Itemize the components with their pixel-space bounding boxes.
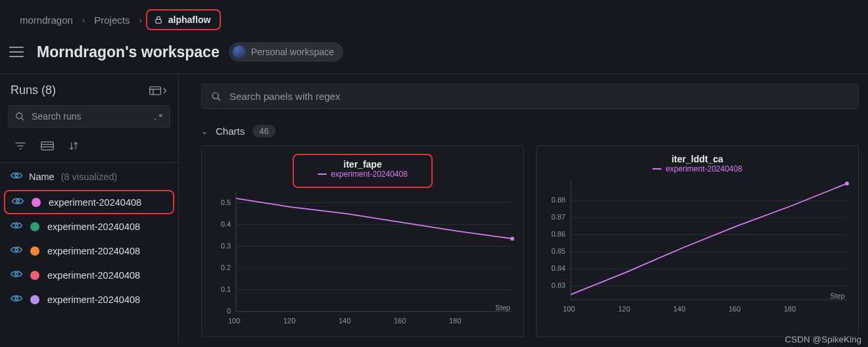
chart-card[interactable]: iter_lddt_ca experiment-20240408 0.830.8… — [536, 145, 859, 337]
avatar — [233, 45, 246, 58]
x-axis-label: Step — [830, 292, 845, 300]
eye-icon[interactable] — [12, 197, 24, 208]
panel-search[interactable] — [201, 83, 859, 109]
chart-legend: experiment-20240408 — [542, 164, 853, 174]
svg-point-16 — [15, 224, 18, 227]
chart-legend: experiment-20240408 — [318, 170, 408, 179]
eye-icon[interactable] — [11, 171, 22, 182]
svg-point-14 — [15, 174, 18, 177]
search-runs-input[interactable]: .* — [8, 105, 170, 127]
run-label: experiment-20240408 — [47, 221, 140, 232]
x-tick: 140 — [339, 317, 350, 325]
eye-icon[interactable] — [11, 221, 22, 232]
x-tick: 160 — [729, 305, 740, 313]
run-row[interactable]: experiment-20240408 — [0, 239, 178, 263]
x-tick: 180 — [784, 305, 796, 313]
run-label: experiment-20240408 — [47, 294, 140, 305]
runs-sidebar: Runs (8) .* — [0, 74, 179, 342]
svg-point-20 — [212, 93, 218, 99]
name-header-label: Name — [29, 172, 55, 182]
breadcrumb-projects[interactable]: Projects — [89, 12, 135, 28]
run-color-dot — [32, 198, 41, 207]
search-icon — [211, 91, 222, 102]
run-label: experiment-20240408 — [49, 197, 141, 208]
chart-svg — [542, 177, 855, 322]
search-icon — [15, 112, 25, 122]
breadcrumb-project[interactable]: alphaflow — [146, 9, 222, 30]
menu-icon[interactable] — [9, 47, 24, 57]
svg-line-21 — [218, 98, 220, 101]
y-tick: 0.2 — [207, 264, 231, 271]
eye-icon[interactable] — [11, 245, 22, 256]
x-axis-label: Step — [495, 304, 510, 312]
regex-hint: .* — [153, 112, 163, 122]
section-title: Charts — [216, 126, 245, 137]
run-color-dot — [30, 246, 39, 256]
eye-icon[interactable] — [11, 269, 22, 281]
run-row[interactable]: experiment-20240408 — [4, 190, 174, 214]
runs-name-header[interactable]: Name (8 visualized) — [0, 163, 178, 190]
svg-line-5 — [21, 118, 24, 120]
columns-icon[interactable] — [41, 141, 54, 152]
run-label: experiment-20240408 — [47, 270, 140, 281]
y-tick: 0.3 — [207, 242, 231, 250]
y-tick: 0.87 — [542, 213, 566, 221]
run-row[interactable]: experiment-20240408 — [0, 263, 178, 287]
sort-icon[interactable] — [68, 141, 79, 153]
x-tick: 100 — [228, 317, 240, 325]
workspace-badge[interactable]: Personal workspace — [229, 42, 343, 62]
svg-point-15 — [16, 200, 20, 203]
y-tick: 0.84 — [542, 264, 566, 272]
y-tick: 0.83 — [542, 281, 566, 289]
eye-icon[interactable] — [11, 294, 22, 305]
run-row[interactable]: experiment-20240408 — [0, 287, 178, 312]
svg-point-39 — [845, 181, 849, 185]
workspace-title: Morndragon's workspace — [37, 43, 220, 61]
y-tick: 0.4 — [207, 220, 231, 228]
filter-icon[interactable] — [14, 141, 26, 152]
chart-title: iter_lddt_ca — [542, 154, 853, 164]
breadcrumb-project-label: alphaflow — [168, 14, 211, 25]
runs-title: Runs (8) — [11, 83, 56, 97]
search-runs-field[interactable] — [30, 110, 122, 122]
workspace-header: Morndragon's workspace Personal workspac… — [0, 38, 868, 74]
watermark: CSDN @SpikeKing — [785, 335, 862, 344]
x-tick: 180 — [449, 317, 461, 325]
x-tick: 120 — [618, 305, 630, 313]
svg-point-30 — [510, 237, 514, 241]
x-tick: 120 — [283, 317, 295, 325]
panel-search-field[interactable] — [228, 90, 849, 103]
x-tick: 160 — [394, 317, 406, 325]
svg-point-17 — [15, 248, 18, 252]
chevron-down-icon: ⌄ — [201, 127, 208, 136]
run-row[interactable]: experiment-20240408 — [0, 214, 178, 239]
y-tick: 0.5 — [207, 198, 231, 206]
svg-point-19 — [15, 297, 18, 300]
run-color-dot — [30, 295, 39, 304]
x-tick: 140 — [673, 305, 685, 313]
chart-svg — [207, 189, 520, 334]
breadcrumb-user[interactable]: morndragon — [14, 12, 78, 28]
svg-point-4 — [16, 112, 22, 118]
y-tick: 0.1 — [207, 285, 231, 293]
y-tick: 0 — [207, 307, 231, 315]
run-color-dot — [30, 271, 39, 280]
content-panel: ⌄ Charts 46 iter_fape experiment-2024040… — [179, 74, 868, 342]
layout-toggle[interactable] — [149, 86, 168, 95]
y-tick: 0.85 — [542, 247, 566, 255]
charts-section-header[interactable]: ⌄ Charts 46 — [201, 125, 859, 137]
svg-rect-9 — [41, 142, 53, 150]
chart-count-badge: 46 — [253, 125, 275, 137]
breadcrumb: morndragon › Projects › alphaflow — [0, 0, 868, 38]
chevron-right-icon: › — [82, 15, 85, 25]
chart-card[interactable]: iter_fape experiment-20240408 00.10.20.3… — [201, 145, 524, 337]
chevron-right-icon: › — [139, 15, 141, 25]
svg-point-18 — [15, 273, 18, 276]
workspace-badge-label: Personal workspace — [251, 47, 334, 57]
run-color-dot — [30, 222, 39, 231]
visualized-count: (8 visualized) — [61, 172, 117, 182]
plot-area: 00.10.20.30.40.5100120140160180Step — [207, 189, 518, 334]
y-tick: 0.88 — [542, 196, 566, 204]
chart-title: iter_fape — [318, 159, 408, 170]
plot-area: 0.830.840.850.860.870.88100120140160180S… — [542, 177, 853, 322]
